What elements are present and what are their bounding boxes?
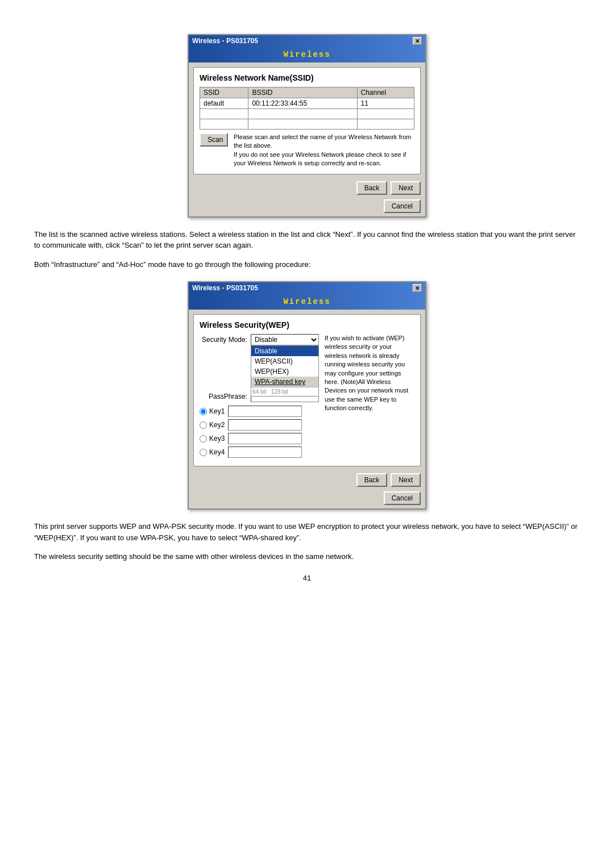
ssid-table: SSID BSSID Channel default 00:11:22:33:4…	[200, 87, 414, 130]
body-text-4: The wireless security setting should be …	[34, 551, 580, 562]
back-button-1[interactable]: Back	[356, 181, 388, 195]
key2-row: Key2	[200, 419, 319, 431]
dialog-ssid-header: Wireless	[189, 47, 425, 62]
dialog-ssid: Wireless - PS031705 ✕ Wireless Wireless …	[188, 34, 426, 218]
dialog-ssid-titlebar: Wireless - PS031705 ✕	[189, 35, 425, 47]
key4-radio[interactable]	[200, 449, 207, 456]
ssid-col-ssid: SSID	[200, 87, 248, 98]
row-ssid: default	[200, 98, 248, 109]
row-bssid: 00:11:22:33:44:55	[248, 98, 357, 109]
key3-input[interactable]	[228, 433, 302, 444]
dialog-ssid-cancel-area: Cancel	[189, 197, 425, 216]
dropdown-item-wep-hex[interactable]: WEP(HEX)	[251, 366, 318, 377]
dropdown-size-hint: 64 bit 128 bit	[252, 389, 288, 395]
key2-input[interactable]	[228, 419, 302, 431]
security-mode-row: Security Mode: Disable WEP(ASCII) WEP(HE…	[200, 334, 319, 345]
key4-input[interactable]	[228, 446, 302, 458]
dialog-wep-section-title: Wireless Security(WEP)	[200, 320, 414, 329]
security-mode-dropdown-container: Disable WEP(ASCII) WEP(HEX) WPA-shared k…	[251, 334, 319, 345]
ssid-col-channel: Channel	[357, 87, 414, 98]
next-button-2[interactable]: Next	[391, 473, 421, 487]
body-text-3: This print server supports WEP and WPA-P…	[34, 521, 580, 543]
key1-radio[interactable]	[200, 408, 207, 415]
dialog-ssid-title: Wireless - PS031705	[192, 37, 258, 45]
dropdown-item-wpa-shared[interactable]: WPA-shared key	[251, 377, 318, 387]
key2-radio[interactable]	[200, 422, 207, 429]
scan-note-line2: If you do not see your Wireless Network …	[234, 151, 406, 166]
cancel-button-2[interactable]: Cancel	[384, 491, 421, 505]
row-channel: 11	[357, 98, 414, 109]
dropdown-item-wep-ascii[interactable]: WEP(ASCII)	[251, 356, 318, 366]
table-row-empty1	[200, 109, 414, 119]
security-mode-label: Security Mode:	[200, 336, 251, 344]
scan-note-line1: Please scan and select the name of your …	[234, 133, 411, 149]
security-mode-select[interactable]: Disable WEP(ASCII) WEP(HEX) WPA-shared k…	[251, 334, 319, 345]
cancel-button-1[interactable]: Cancel	[384, 199, 421, 213]
key3-row: Key3	[200, 433, 319, 444]
body-text-1: The list is the scanned active wireless …	[34, 229, 580, 251]
key1-input[interactable]	[228, 406, 302, 417]
key4-row: Key4	[200, 446, 319, 458]
dialog-ssid-body: Wireless Network Name(SSID) SSID BSSID C…	[193, 67, 421, 174]
key2-label: Key2	[209, 421, 225, 429]
wep-left-panel: Security Mode: Disable WEP(ASCII) WEP(HE…	[200, 334, 319, 460]
wep-right-text: If you wish to activate (WEP) wireless s…	[325, 334, 414, 413]
dropdown-menu: Disable WEP(ASCII) WEP(HEX) WPA-shared k…	[251, 345, 319, 397]
dropdown-item-disable[interactable]: Disable	[251, 346, 318, 356]
dialog-ssid-close-btn[interactable]: ✕	[413, 37, 422, 45]
scan-button[interactable]: Scan	[200, 133, 228, 147]
passphrase-label: PassPhrase:	[200, 393, 251, 400]
dialog-ssid-footer: Back Next	[189, 179, 425, 197]
key3-radio[interactable]	[200, 435, 207, 443]
dialog-wep-footer: Back Next	[189, 471, 425, 489]
dialog-ssid-section-title: Wireless Network Name(SSID)	[200, 73, 414, 82]
key1-label: Key1	[209, 407, 225, 415]
table-row-empty2	[200, 119, 414, 130]
dialog-wep-header: Wireless	[189, 294, 425, 310]
dialog-wep-body: Wireless Security(WEP) Security Mode: Di…	[193, 314, 421, 466]
dialog-wep-cancel-area: Cancel	[189, 489, 425, 508]
page-number: 41	[34, 574, 580, 582]
key3-label: Key3	[209, 435, 225, 443]
wep-form: Security Mode: Disable WEP(ASCII) WEP(HE…	[200, 334, 414, 460]
key1-row: Key1	[200, 406, 319, 417]
table-row[interactable]: default 00:11:22:33:44:55 11	[200, 98, 414, 109]
dialog-wep-titlebar: Wireless - PS031705 ✕	[189, 282, 425, 294]
back-button-2[interactable]: Back	[356, 473, 388, 487]
body-text-2: Both “Infrastructure” and “Ad-Hoc” mode …	[34, 259, 580, 270]
dialog-wep-title: Wireless - PS031705	[192, 284, 258, 292]
next-button-1[interactable]: Next	[391, 181, 421, 195]
page-content: Wireless - PS031705 ✕ Wireless Wireless …	[34, 34, 580, 582]
dialog-wep-close-btn[interactable]: ✕	[413, 284, 422, 292]
key4-label: Key4	[209, 448, 225, 456]
scan-note: Please scan and select the name of your …	[234, 133, 414, 168]
scan-area: Scan Please scan and select the name of …	[200, 133, 414, 168]
ssid-col-bssid: BSSID	[248, 87, 357, 98]
wep-right-panel: If you wish to activate (WEP) wireless s…	[325, 334, 414, 460]
dialog-wep: Wireless - PS031705 ✕ Wireless Wireless …	[188, 281, 426, 510]
